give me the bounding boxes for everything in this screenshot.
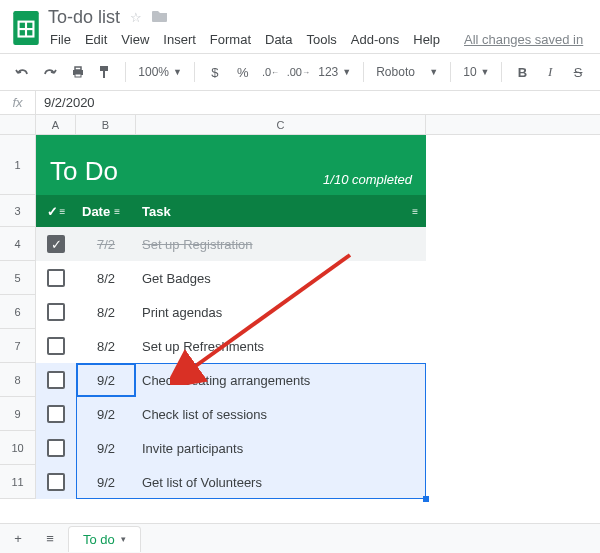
task-date[interactable]: 8/2 xyxy=(76,305,136,320)
zoom-select[interactable]: 100%▼ xyxy=(134,65,186,79)
formula-bar: fx 9/2/2020 xyxy=(0,91,600,115)
task-row[interactable]: 9/2Invite participants xyxy=(36,431,426,465)
task-checkbox[interactable] xyxy=(47,439,65,457)
row-number[interactable]: 9 xyxy=(0,397,36,431)
row-number[interactable]: 6 xyxy=(0,295,36,329)
increase-decimal-button[interactable]: .00→ xyxy=(286,60,310,84)
sheet-tab-bar: + ≡ To do ▾ xyxy=(0,523,600,553)
select-all-corner[interactable] xyxy=(0,115,36,134)
task-row[interactable]: 9/2Check list of sessions xyxy=(36,397,426,431)
paint-format-button[interactable] xyxy=(93,60,117,84)
column-header-b[interactable]: B xyxy=(76,115,136,134)
number-format-select[interactable]: 123▼ xyxy=(314,65,355,79)
task-text[interactable]: Check list of sessions xyxy=(136,407,426,422)
selection-handle[interactable] xyxy=(423,496,429,502)
italic-button[interactable]: I xyxy=(538,60,562,84)
row-number[interactable]: 7 xyxy=(0,329,36,363)
menu-insert[interactable]: Insert xyxy=(163,32,196,47)
task-text[interactable]: Set up Registration xyxy=(136,237,426,252)
row-number[interactable]: 8 xyxy=(0,363,36,397)
task-checkbox[interactable] xyxy=(47,303,65,321)
task-date[interactable]: 8/2 xyxy=(76,339,136,354)
task-checkbox[interactable] xyxy=(47,473,65,491)
task-date[interactable]: 9/2 xyxy=(76,407,136,422)
task-date[interactable]: 7/2 xyxy=(76,237,136,252)
all-sheets-button[interactable]: ≡ xyxy=(36,525,64,553)
formula-value[interactable]: 9/2/2020 xyxy=(36,95,95,110)
check-column-icon: ✓ xyxy=(47,204,58,219)
row-number[interactable]: 3 xyxy=(0,195,36,227)
task-row[interactable]: 8/2Get Badges xyxy=(36,261,426,295)
strikethrough-button[interactable]: S xyxy=(566,60,590,84)
filter-icon[interactable]: ≡ xyxy=(412,206,418,217)
todo-title: To Do xyxy=(50,156,118,187)
row-number[interactable]: 11 xyxy=(0,465,36,499)
todo-header: To Do 1/10 completed xyxy=(36,135,426,195)
menu-format[interactable]: Format xyxy=(210,32,251,47)
star-icon[interactable]: ☆ xyxy=(130,10,142,25)
task-date[interactable]: 9/2 xyxy=(76,475,136,490)
document-title[interactable]: To-do list xyxy=(48,7,120,28)
sheet-tab[interactable]: To do ▾ xyxy=(68,526,141,552)
task-checkbox[interactable] xyxy=(47,337,65,355)
menu-view[interactable]: View xyxy=(121,32,149,47)
menu-help[interactable]: Help xyxy=(413,32,440,47)
task-row[interactable]: 7/2Set up Registration xyxy=(36,227,426,261)
format-currency-button[interactable]: $ xyxy=(203,60,227,84)
row-number[interactable]: 4 xyxy=(0,227,36,261)
sheet-tab-label: To do xyxy=(83,532,115,547)
svg-rect-8 xyxy=(103,71,105,78)
svg-rect-7 xyxy=(100,66,108,71)
menu-file[interactable]: File xyxy=(50,32,71,47)
task-checkbox[interactable] xyxy=(47,235,65,253)
task-row[interactable]: 9/2Check Seating arrangements xyxy=(36,363,426,397)
menu-addons[interactable]: Add-ons xyxy=(351,32,399,47)
task-row[interactable]: 8/2Print agendas xyxy=(36,295,426,329)
row-number[interactable]: 5 xyxy=(0,261,36,295)
task-text[interactable]: Invite participants xyxy=(136,441,426,456)
task-checkbox[interactable] xyxy=(47,371,65,389)
task-text[interactable]: Check Seating arrangements xyxy=(136,373,426,388)
svg-rect-6 xyxy=(75,74,81,77)
filter-icon[interactable]: ≡ xyxy=(114,206,120,217)
format-percent-button[interactable]: % xyxy=(231,60,255,84)
row-number[interactable]: 1 xyxy=(0,135,36,195)
undo-button[interactable] xyxy=(10,60,34,84)
task-checkbox[interactable] xyxy=(47,405,65,423)
filter-icon[interactable]: ≡ xyxy=(60,206,66,217)
bold-button[interactable]: B xyxy=(510,60,534,84)
menu-bar: File Edit View Insert Format Data Tools … xyxy=(48,28,592,53)
column-header-a[interactable]: A xyxy=(36,115,76,134)
menu-tools[interactable]: Tools xyxy=(306,32,336,47)
toolbar: 100%▼ $ % .0← .00→ 123▼ Roboto▼ 10▼ B I … xyxy=(0,53,600,91)
menu-edit[interactable]: Edit xyxy=(85,32,107,47)
todo-column-headers: ✓≡ Date≡ Task≡ xyxy=(36,195,426,227)
sheets-logo[interactable] xyxy=(8,6,44,50)
column-header-c[interactable]: C xyxy=(136,115,426,134)
print-button[interactable] xyxy=(66,60,90,84)
task-date[interactable]: 9/2 xyxy=(76,441,136,456)
row-number[interactable]: 10 xyxy=(0,431,36,465)
menu-data[interactable]: Data xyxy=(265,32,292,47)
redo-button[interactable] xyxy=(38,60,62,84)
date-column-header: Date xyxy=(82,204,110,219)
task-text[interactable]: Print agendas xyxy=(136,305,426,320)
task-text[interactable]: Set up Refreshments xyxy=(136,339,426,354)
task-date[interactable]: 8/2 xyxy=(76,271,136,286)
task-row[interactable]: 9/2Get list of Volunteers xyxy=(36,465,426,499)
sheet-tab-menu-icon[interactable]: ▾ xyxy=(121,534,126,544)
decrease-decimal-button[interactable]: .0← xyxy=(259,60,283,84)
font-select[interactable]: Roboto▼ xyxy=(372,65,442,79)
task-checkbox[interactable] xyxy=(47,269,65,287)
todo-completed-count: 1/10 completed xyxy=(323,172,412,187)
save-status[interactable]: All changes saved in xyxy=(464,32,583,47)
font-size-select[interactable]: 10▼ xyxy=(459,65,493,79)
task-date[interactable]: 9/2 xyxy=(76,373,136,388)
task-column-header: Task xyxy=(142,204,171,219)
svg-rect-5 xyxy=(75,67,81,70)
task-text[interactable]: Get Badges xyxy=(136,271,426,286)
task-text[interactable]: Get list of Volunteers xyxy=(136,475,426,490)
task-row[interactable]: 8/2Set up Refreshments xyxy=(36,329,426,363)
folder-icon[interactable] xyxy=(152,9,168,26)
add-sheet-button[interactable]: + xyxy=(4,525,32,553)
